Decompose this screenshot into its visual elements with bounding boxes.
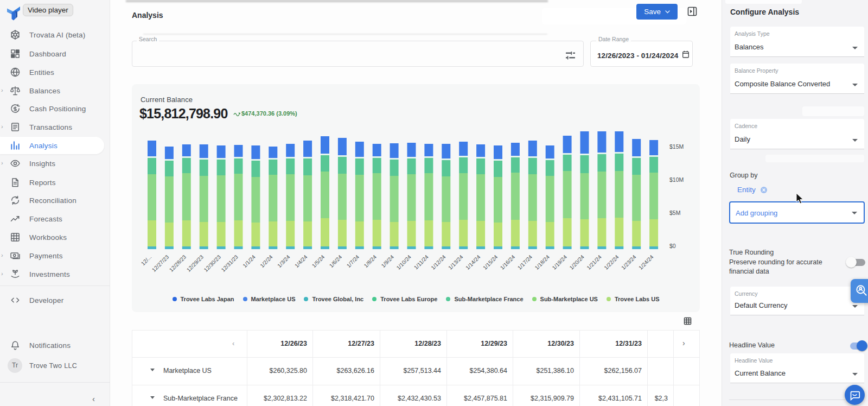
svg-text:1/20/24: 1/20/24 — [569, 253, 586, 271]
svg-text:1/3/24: 1/3/24 — [276, 253, 291, 269]
svg-text:12/29/23: 12/29/23 — [186, 253, 205, 273]
svg-text:1/12/24: 1/12/24 — [430, 253, 447, 271]
svg-text:1/19/24: 1/19/24 — [551, 253, 569, 271]
svg-text:1/9/24: 1/9/24 — [380, 253, 395, 269]
svg-text:1/21/24: 1/21/24 — [585, 253, 603, 271]
svg-text:$15M: $15M — [669, 143, 684, 150]
svg-text:1/18/24: 1/18/24 — [534, 253, 551, 271]
svg-text:1/6/24: 1/6/24 — [328, 253, 343, 269]
svg-text:1/17/24: 1/17/24 — [516, 253, 534, 271]
svg-text:1/7/24: 1/7/24 — [346, 253, 361, 269]
svg-text:1/23/24: 1/23/24 — [620, 253, 637, 271]
svg-text:12/...: 12/... — [140, 254, 153, 267]
svg-text:1/10/24: 1/10/24 — [395, 253, 413, 271]
svg-text:$5M: $5M — [669, 210, 680, 216]
svg-text:1/14/24: 1/14/24 — [464, 253, 482, 271]
svg-text:1/5/24: 1/5/24 — [311, 253, 326, 269]
svg-text:1/22/24: 1/22/24 — [603, 253, 620, 271]
svg-text:12/28/23: 12/28/23 — [168, 253, 188, 273]
svg-text:12/30/23: 12/30/23 — [203, 253, 222, 273]
svg-text:1/24/24: 1/24/24 — [637, 253, 655, 271]
svg-text:1/1/24: 1/1/24 — [241, 253, 257, 269]
svg-text:1/16/24: 1/16/24 — [499, 253, 516, 271]
svg-text:1/15/24: 1/15/24 — [482, 253, 499, 271]
svg-text:1/13/24: 1/13/24 — [447, 253, 464, 271]
svg-text:$10M: $10M — [669, 176, 684, 183]
svg-text:1/11/24: 1/11/24 — [413, 253, 430, 270]
svg-text:12/31/23: 12/31/23 — [220, 253, 240, 273]
svg-text:1/8/24: 1/8/24 — [363, 253, 378, 269]
svg-text:12/27/23: 12/27/23 — [151, 253, 170, 273]
svg-text:1/4/24: 1/4/24 — [293, 253, 309, 269]
svg-text:1/2/24: 1/2/24 — [259, 253, 274, 269]
svg-text:$0: $0 — [669, 243, 676, 249]
